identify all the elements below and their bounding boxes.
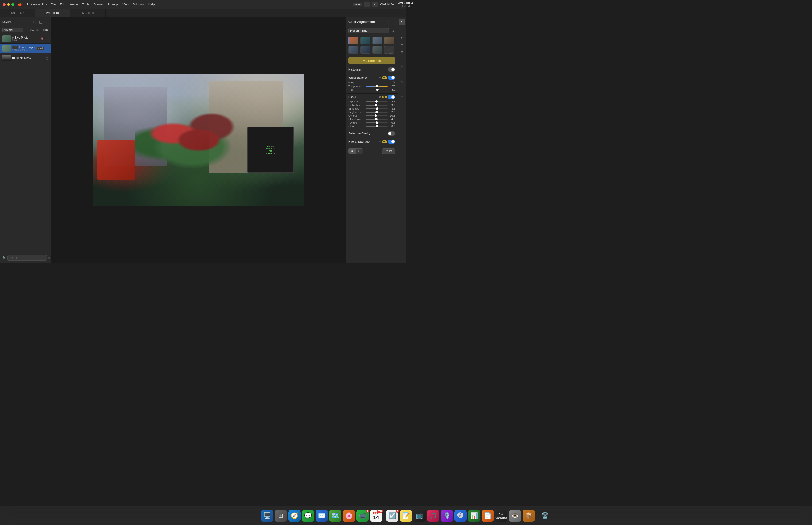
- tool-adjust[interactable]: ✦: [399, 41, 405, 48]
- tint-thumb[interactable]: [376, 89, 379, 91]
- menu-image[interactable]: Image: [68, 2, 80, 7]
- preset-thumb-6[interactable]: [361, 46, 370, 54]
- blend-mode-select[interactable]: Normal: [2, 28, 24, 32]
- layer-visibility-live[interactable]: 🔇: [40, 37, 44, 41]
- shadows-slider[interactable]: [366, 108, 388, 109]
- contrast-row: Contrast -10%: [349, 114, 395, 117]
- selective-clarity-header: Selective Clarity: [349, 131, 395, 136]
- menu-pixelmator[interactable]: Pixelmator Pro: [25, 2, 48, 7]
- view-split[interactable]: ⊟: [356, 149, 363, 154]
- exposure-thumb[interactable]: [375, 100, 378, 103]
- white-balance-title: White Balance: [349, 76, 378, 79]
- tool-erase[interactable]: ◻: [399, 56, 405, 63]
- tool-retouch[interactable]: ✎: [399, 79, 405, 86]
- contrast-slider[interactable]: [366, 115, 388, 116]
- menu-window[interactable]: Window: [131, 2, 146, 7]
- black-point-thumb[interactable]: [375, 118, 378, 120]
- menu-tools[interactable]: Tools: [80, 2, 91, 7]
- basic-toggle[interactable]: [388, 95, 395, 99]
- layer-hide-depth[interactable]: ▢: [45, 56, 49, 60]
- tool-text[interactable]: T: [399, 87, 405, 93]
- hue-saturation-reset[interactable]: ↺: [379, 140, 381, 144]
- tool-transform[interactable]: ⊹: [399, 26, 405, 33]
- reset-button[interactable]: Reset: [382, 148, 395, 154]
- shadows-fill: [366, 108, 377, 109]
- preset-thumb-7[interactable]: [372, 46, 382, 54]
- layer-live-photo[interactable]: ▶ Live Photo 0:03 🔇 ▢: [0, 34, 51, 44]
- preset-thumb-4[interactable]: [384, 37, 394, 44]
- tool-heal[interactable]: ⊚: [399, 64, 405, 71]
- eyedropper-button[interactable]: ✎: [393, 81, 395, 84]
- adj-add-button[interactable]: ＋: [390, 19, 395, 24]
- view-single[interactable]: ▣: [349, 149, 356, 154]
- window-controls[interactable]: ⊞: [372, 2, 378, 7]
- close-button[interactable]: [3, 3, 6, 6]
- contrast-thumb[interactable]: [374, 115, 377, 117]
- menu-view[interactable]: View: [121, 2, 131, 7]
- highlights-thumb[interactable]: [375, 104, 377, 106]
- exposure-slider[interactable]: [366, 101, 388, 102]
- preset-thumb-add[interactable]: +: [384, 46, 394, 54]
- menu-format[interactable]: Format: [92, 2, 105, 7]
- texture-slider[interactable]: [366, 122, 388, 123]
- tool-zoom[interactable]: ⊘: [399, 94, 405, 101]
- tab-img0004[interactable]: IMG_0004: [35, 9, 71, 17]
- tool-grid[interactable]: ⊞: [399, 102, 405, 108]
- temperature-thumb[interactable]: [376, 85, 378, 87]
- layer-hide-live[interactable]: ▢: [45, 37, 49, 41]
- minimize-button[interactable]: [7, 3, 10, 6]
- share-button[interactable]: ⬆: [364, 2, 370, 7]
- hue-saturation-toggle[interactable]: [388, 139, 395, 144]
- menu-help[interactable]: Help: [147, 2, 157, 7]
- hdr-button[interactable]: HDR: [353, 3, 362, 6]
- white-balance-reset[interactable]: ↺: [379, 76, 381, 79]
- preset-options[interactable]: ⊕: [390, 28, 395, 33]
- layers-options-button[interactable]: ⊖: [32, 19, 37, 24]
- tool-deepen[interactable]: ◎: [399, 72, 405, 78]
- tint-slider[interactable]: [366, 90, 388, 90]
- texture-thumb[interactable]: [376, 121, 378, 124]
- preset-thumb-1[interactable]: [349, 37, 358, 44]
- brightness-thumb[interactable]: [376, 111, 378, 113]
- clarity-slider[interactable]: [366, 126, 388, 127]
- highlights-slider[interactable]: [366, 105, 388, 106]
- tab-img0610[interactable]: IMG_0610: [71, 9, 106, 17]
- menu-arrange[interactable]: Arrange: [106, 2, 120, 7]
- tab-img0972[interactable]: IMG_0972: [0, 9, 35, 17]
- histogram-toggle[interactable]: [388, 68, 395, 72]
- selective-clarity-toggle[interactable]: [388, 131, 395, 136]
- menu-file[interactable]: File: [49, 2, 58, 7]
- layers-group-button[interactable]: ◫: [38, 19, 43, 24]
- temperature-label: Temperature: [349, 85, 365, 88]
- white-balance-toggle[interactable]: [388, 76, 395, 80]
- clarity-thumb[interactable]: [376, 125, 378, 127]
- menu-edit[interactable]: Edit: [58, 2, 67, 7]
- temperature-slider[interactable]: [366, 86, 388, 87]
- black-point-slider[interactable]: [366, 119, 388, 120]
- shadows-thumb[interactable]: [376, 107, 378, 110]
- maximize-button[interactable]: [11, 3, 14, 6]
- mask-badge[interactable]: Mask: [36, 47, 44, 50]
- preset-select[interactable]: Modern Films: [349, 28, 389, 33]
- canvas-area[interactable]: HOT GINAVAILABLEFORTAKEAWAY: [52, 17, 346, 262]
- clarity-value: 0%: [388, 125, 395, 127]
- layers-add-button[interactable]: ＋: [44, 19, 49, 24]
- adj-options-button[interactable]: ⊖: [386, 19, 390, 24]
- adj-header: Color Adjustments ⊖ ＋: [346, 17, 398, 26]
- preset-thumb-3[interactable]: [372, 37, 382, 44]
- search-add-icon[interactable]: ⊕: [48, 256, 50, 259]
- layer-image[interactable]: HDR Image Layer 5712 × 4284 px, Color...…: [0, 44, 51, 53]
- tool-clone[interactable]: ⊕: [399, 49, 405, 56]
- ml-enhance-button[interactable]: ML Enhance: [349, 57, 395, 64]
- foliage: [135, 107, 262, 173]
- preset-thumb-2[interactable]: [361, 37, 370, 44]
- texture-fill: [366, 122, 377, 123]
- search-input[interactable]: [7, 255, 47, 260]
- brightness-slider[interactable]: [366, 112, 388, 112]
- layer-check-image[interactable]: ✓: [46, 47, 49, 50]
- tool-cursor[interactable]: ↖: [399, 19, 405, 25]
- basic-reset[interactable]: ↺: [379, 95, 381, 99]
- preset-thumb-5[interactable]: [349, 46, 358, 54]
- layer-depth-mask[interactable]: ⬜ Depth Mask ▢: [0, 53, 51, 63]
- tool-paint[interactable]: 🖌: [399, 34, 405, 41]
